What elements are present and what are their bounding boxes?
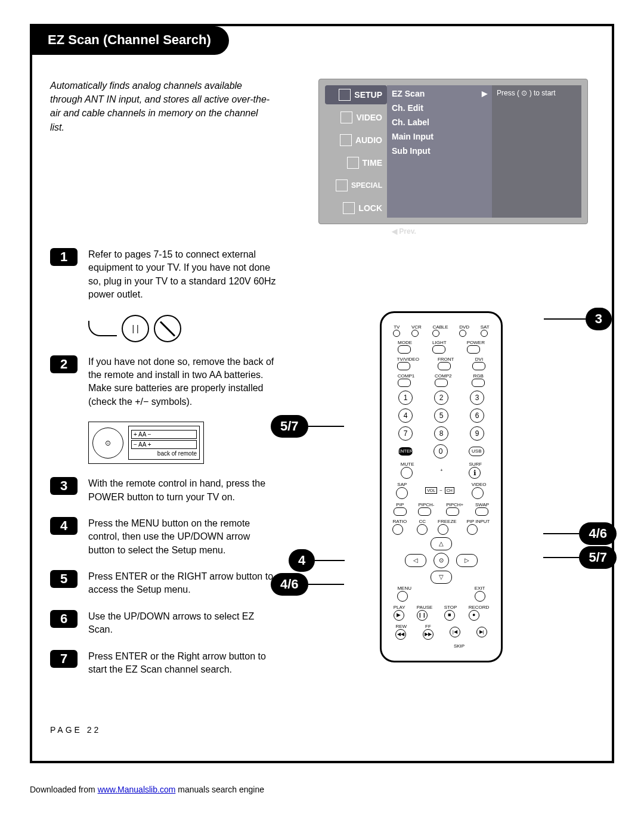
remote-label: DVI [475,357,483,362]
gear-icon [336,179,348,191]
remote-label: PIPCH+ [446,502,463,507]
remote-label: FRONT [438,357,454,362]
remote-label: DVD [459,324,469,330]
step-number: 3 [50,477,78,495]
page-title: EZ Scan (Channel Search) [30,26,229,55]
osd-screenshot: SETUP VIDEO AUDIO TIME [318,79,588,224]
step-number: 5 [50,570,78,588]
step-text: With the remote control in hand, press t… [88,477,277,504]
remote-label: PIP [396,502,404,507]
remote-label: STOP [444,605,457,610]
intro-text: Automatically finds analog channels avai… [50,79,271,134]
remote-label: LIGHT [432,340,447,345]
skip-label: SKIP [423,643,495,649]
callout-4: 4 [289,549,315,572]
step-text: Press the MENU button on the remote cont… [88,517,277,557]
osd-item: Main Input [392,132,487,141]
remote-label: VCR [411,324,422,330]
remote-label: REW [395,624,407,629]
remote-label: SURF [469,462,482,467]
step-number: 1 [50,248,78,266]
lock-icon [343,202,355,214]
remote-label: SWAP [475,502,489,507]
battery-illustration: ⊙ + AA − − AA + back of remote [88,422,277,464]
osd-item: Ch. Edit [392,103,487,113]
osd-item: EZ Scan [392,89,425,98]
keypad-btn: 4 [398,408,413,423]
step-text: Press ENTER or the RIGHT arrow button to… [88,570,277,597]
remote-label: PIPCH- [418,502,434,507]
remote-label: PIP INPUT [467,519,490,524]
osd-hint: Press ( ⊙ ) to start [492,85,581,218]
osd-tab-special: SPECIAL [325,176,387,195]
osd-prev: ◀ Prev. [387,224,421,239]
footer-suffix: manuals search engine [178,785,264,794]
step-number: 6 [50,610,78,628]
remote-label: MUTE [401,462,414,467]
menu-label: MENU [397,586,411,591]
osd-tab-label: LOCK [358,203,382,213]
keypad-btn: 7 [398,426,413,441]
dpad: △ ▽ ◁ ▷ ⊙ [408,540,474,581]
remote-label: TV/VIDEO [397,357,419,362]
remote-label: COMP2 [435,373,451,379]
aa-label: back of remote [131,450,197,457]
osd-tab-label: VIDEO [356,113,382,122]
keypad-btn: 6 [470,408,484,423]
osd-tab-video: VIDEO [325,108,387,127]
remote-label: MODE [398,340,412,345]
remote-label: PLAY [394,605,405,610]
callout-5-7: 5/7 [579,546,617,569]
callout-4-6: 4/6 [579,522,617,545]
keypad-btn: 0 [434,444,448,459]
osd-menu-items: EZ Scan ▶ Ch. Edit Ch. Label Main Input … [387,85,492,218]
keypad-btn: 2 [434,391,448,405]
right-arrow-icon: ▶ [482,89,487,98]
wrench-icon [339,89,351,101]
remote-label: FF [425,624,431,629]
osd-tab-label: SETUP [354,90,382,100]
page-frame: EZ Scan (Channel Search) Automatically f… [30,24,614,763]
remote-label: FREEZE [438,519,457,524]
step-number: 2 [50,355,78,373]
osd-tab-setup: SETUP [325,85,387,104]
keypad-btn: 1 [398,391,413,405]
clock-icon [347,157,359,169]
remote-label: SAP [397,482,407,487]
osd-item: Ch. Label [392,117,487,127]
osd-tab-label: TIME [363,158,382,168]
remote-label: RATIO [392,519,407,524]
step-text: Use the UP/DOWN arrows to select EZ Scan… [88,610,277,637]
osd-tab-label: AUDIO [355,135,382,145]
step-number: 7 [50,650,78,668]
remote-label: TV [394,324,400,330]
osd-tab-label: SPECIAL [351,181,382,190]
usb-btn: USB [469,447,484,456]
osd-item: Sub Input [392,146,487,156]
footer-link[interactable]: www.Manualslib.com [98,785,176,794]
osd-tab-audio: AUDIO [325,131,387,150]
download-footer: Downloaded from www.Manualslib.com manua… [0,775,644,794]
osd-tab-time: TIME [325,153,387,172]
keypad-btn: 9 [470,426,484,441]
remote-label: PAUSE [417,605,433,610]
keypad-btn: 8 [434,426,448,441]
footer-prefix: Downloaded from [30,785,98,794]
remote-label: RECORD [469,605,490,610]
speaker-icon [340,134,352,146]
remote-label: SAT [481,324,490,330]
vol-label: VOL [425,487,437,494]
remote-label: COMP1 [398,373,414,379]
callout-4-6: 4/6 [271,573,308,596]
callout-3: 3 [586,308,612,330]
ch-label: CH [445,487,454,494]
remote-label: POWER [467,340,485,345]
step-number: 4 [50,517,78,535]
exit-label: EXIT [475,586,485,591]
outlet-illustration: | | [88,315,277,342]
remote-label: VIDEO [472,482,487,487]
remote-label: CC [419,519,426,524]
page-number: PAGE 22 [50,725,588,735]
osd-tab-lock: LOCK [325,199,387,218]
keypad-btn: 5 [434,408,448,423]
